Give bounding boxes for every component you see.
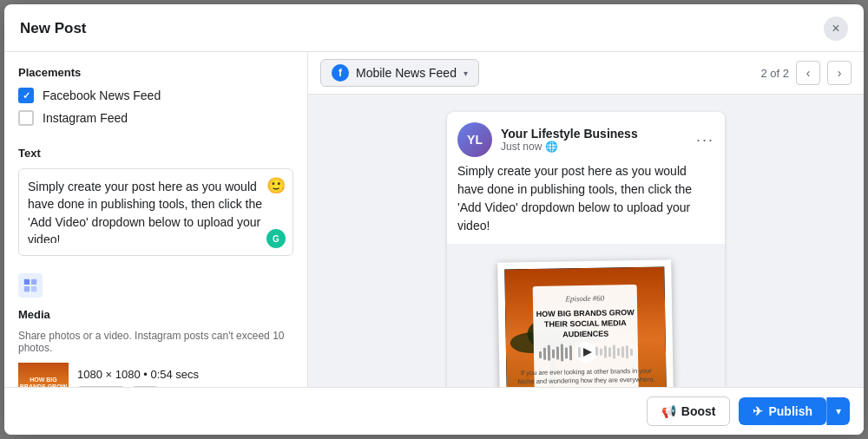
publish-icon: ✈ (753, 404, 763, 418)
grammarly-icon: G (266, 229, 286, 248)
video-thumbnail: Episode #60 HOW BIG BRANDS GROW THEIR SO… (504, 266, 667, 387)
instagram-label: Instagram Feed (43, 111, 128, 125)
facebook-icon: f (332, 64, 349, 82)
preview-content: YL Your Lifestyle Business Just now 🌐 ·· (308, 95, 864, 387)
preview-nav-controls: 2 of 2 ‹ › (760, 61, 852, 85)
svg-rect-21 (539, 351, 542, 358)
svg-rect-23 (548, 345, 550, 361)
instagram-checkbox[interactable] (18, 110, 34, 126)
modal-body: Placements ✓ Facebook News Feed Instagra… (4, 52, 864, 387)
modal-title: New Post (20, 20, 87, 37)
text-area-wrapper: 🙂 G (18, 168, 293, 256)
text-title: Text (18, 147, 293, 160)
svg-rect-35 (608, 347, 611, 357)
emoji-button[interactable]: 🙂 (266, 176, 286, 195)
svg-rect-2 (24, 279, 30, 285)
svg-text:HOW BIG: HOW BIG (30, 377, 57, 383)
svg-rect-22 (543, 348, 546, 360)
facebook-placement[interactable]: ✓ Facebook News Feed (18, 88, 293, 103)
placement-selector-label: Mobile News Feed (356, 66, 457, 80)
media-subtitle: Share photos or a video. Instagram posts… (18, 330, 293, 354)
post-text-preview: Simply create your post here as you woul… (447, 162, 725, 244)
user-name: Your Lifestyle Business (501, 127, 638, 141)
ai-icon (18, 273, 43, 298)
svg-rect-38 (621, 346, 624, 357)
placement-selector[interactable]: f Mobile News Feed ▾ (320, 59, 479, 87)
new-post-modal: New Post × Placements ✓ Facebook News Fe… (4, 4, 864, 435)
svg-rect-27 (565, 347, 568, 358)
ai-section (18, 273, 293, 298)
next-preview-button[interactable]: › (827, 61, 852, 85)
svg-rect-33 (600, 349, 602, 356)
media-section: Media Share photos or a video. Instagram… (18, 308, 293, 387)
preview-toolbar: f Mobile News Feed ▾ 2 of 2 ‹ › (308, 52, 864, 95)
svg-rect-31 (578, 347, 581, 357)
svg-text:HOW BIG BRANDS GROW: HOW BIG BRANDS GROW (536, 308, 635, 318)
svg-rect-37 (617, 348, 620, 356)
boost-button[interactable]: 📢 Boost (647, 396, 731, 426)
svg-rect-40 (630, 349, 633, 356)
right-panel: f Mobile News Feed ▾ 2 of 2 ‹ › (308, 52, 864, 387)
modal-header: New Post × (4, 4, 864, 52)
boost-icon: 📢 (661, 404, 676, 418)
prev-preview-button[interactable]: ‹ (796, 61, 820, 85)
instagram-placement[interactable]: Instagram Feed (18, 110, 293, 126)
page-indicator: 2 of 2 (760, 67, 789, 80)
publish-label: Publish (768, 404, 812, 418)
svg-text:AUDIENCES: AUDIENCES (562, 330, 608, 339)
modal-footer: 📢 Boost ✈ Publish ▾ (4, 387, 864, 435)
post-user-info: YL Your Lifestyle Business Just now 🌐 (457, 122, 638, 157)
polaroid-frame: Episode #60 HOW BIG BRANDS GROW THEIR SO… (497, 259, 674, 387)
svg-text:G: G (273, 234, 279, 244)
check-icon: ✓ (23, 90, 30, 102)
chevron-down-icon: ▾ (464, 69, 468, 78)
publish-chevron-icon: ▾ (836, 405, 841, 417)
svg-rect-36 (613, 344, 615, 358)
media-thumbnail: HOW BIG BRANDS GROW (18, 363, 69, 387)
boost-label: Boost (681, 404, 716, 418)
publish-button[interactable]: ✈ Publish (739, 397, 826, 425)
post-more-button[interactable]: ··· (696, 132, 714, 147)
post-preview-card: YL Your Lifestyle Business Just now 🌐 ·· (447, 112, 725, 387)
svg-rect-3 (31, 279, 36, 285)
publish-dropdown-button[interactable]: ▾ (826, 397, 850, 425)
svg-text:THEIR SOCIAL MEDIA: THEIR SOCIAL MEDIA (544, 318, 627, 329)
avatar: YL (457, 122, 492, 157)
user-info: Your Lifestyle Business Just now 🌐 (501, 127, 638, 153)
left-panel: Placements ✓ Facebook News Feed Instagra… (4, 52, 308, 387)
facebook-checkbox[interactable]: ✓ (18, 88, 34, 103)
svg-text:Episode #60: Episode #60 (564, 294, 604, 304)
svg-rect-24 (552, 350, 555, 358)
post-time: Just now (501, 141, 542, 153)
svg-rect-39 (626, 345, 628, 358)
placements-title: Placements (18, 66, 293, 79)
svg-rect-32 (595, 347, 598, 356)
post-meta: Just now 🌐 (501, 141, 638, 153)
media-dimensions: 1080 × 1080 • 0:54 secs (77, 368, 293, 381)
close-button[interactable]: × (824, 16, 848, 41)
post-text-input[interactable] (28, 178, 284, 243)
svg-rect-5 (31, 286, 36, 292)
svg-rect-4 (24, 286, 30, 292)
svg-rect-28 (569, 345, 572, 360)
svg-rect-34 (604, 346, 607, 358)
text-section: Text 🙂 G (18, 147, 293, 256)
globe-icon: 🌐 (545, 141, 558, 153)
post-video-preview: Episode #60 HOW BIG BRANDS GROW THEIR SO… (447, 244, 725, 387)
svg-rect-26 (561, 344, 563, 361)
post-header: YL Your Lifestyle Business Just now 🌐 ·· (447, 112, 725, 162)
facebook-label: Facebook News Feed (43, 88, 161, 102)
modal-overlay: New Post × Placements ✓ Facebook News Fe… (0, 0, 868, 439)
placements-section: Placements ✓ Facebook News Feed Instagra… (18, 66, 293, 133)
publish-group: ✈ Publish ▾ (739, 397, 850, 425)
media-item: HOW BIG BRANDS GROW 1080 × 1080 • 0:54 s… (18, 363, 293, 387)
media-title: Media (18, 308, 293, 321)
svg-rect-25 (556, 347, 559, 360)
media-info: 1080 × 1080 • 0:54 secs Edit ▾ 🗑 (77, 368, 293, 387)
